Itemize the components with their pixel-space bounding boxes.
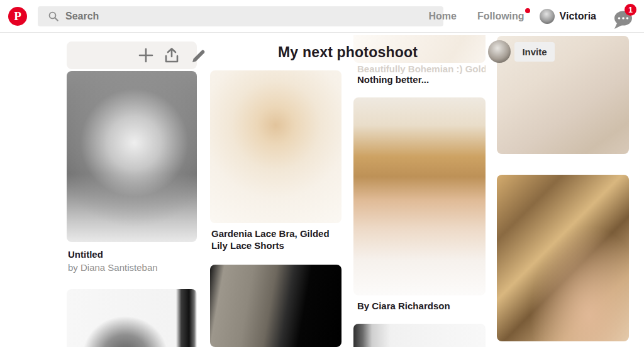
pin-image-ciara[interactable] [353, 97, 486, 295]
pin-title[interactable]: Untitled [68, 248, 196, 260]
pin-title[interactable]: By Ciara Richardson [357, 300, 486, 312]
pin-image-gardenia[interactable] [210, 70, 341, 223]
pin-byline: by Diana Santisteban [68, 262, 196, 273]
pin-image-untitled[interactable] [67, 71, 197, 242]
pin-image-portrait-bw[interactable] [67, 289, 197, 347]
collaborator-avatar[interactable] [488, 40, 511, 63]
nav-home-link[interactable]: Home [428, 11, 456, 22]
search-icon [48, 11, 59, 22]
pin-image-lying-bw[interactable] [353, 324, 486, 347]
search-bar[interactable] [38, 6, 443, 26]
nav-following-label: Following [477, 11, 525, 21]
pinterest-board-page: P Home Following Victoria [0, 0, 644, 347]
user-profile-chip[interactable]: Victoria [540, 9, 596, 24]
pinterest-logo-icon[interactable]: P [8, 7, 27, 26]
pin-title-overlay: Beautifully Bohemian :) Golden ☼ [357, 63, 486, 74]
top-nav-bar: P Home Following Victoria [0, 0, 644, 33]
user-name: Victoria [560, 11, 596, 22]
invite-button[interactable]: Invite [514, 42, 555, 62]
pin-title[interactable]: Nothing better... [357, 74, 486, 85]
search-input[interactable] [65, 11, 418, 22]
messages-badge: 1 [625, 4, 636, 16]
pin-image-hooded-bw[interactable] [210, 265, 341, 347]
following-notification-dot [525, 8, 530, 13]
nav-right-cluster: Home Following Victoria 1 [428, 0, 636, 33]
user-avatar [540, 9, 555, 24]
messages-button[interactable]: 1 [610, 3, 636, 30]
pin-title[interactable]: Gardenia Lace Bra, Gilded Lily Lace Shor… [211, 228, 340, 251]
nav-following-link[interactable]: Following [477, 11, 525, 22]
pin-image-blonde-profile[interactable] [497, 175, 629, 341]
